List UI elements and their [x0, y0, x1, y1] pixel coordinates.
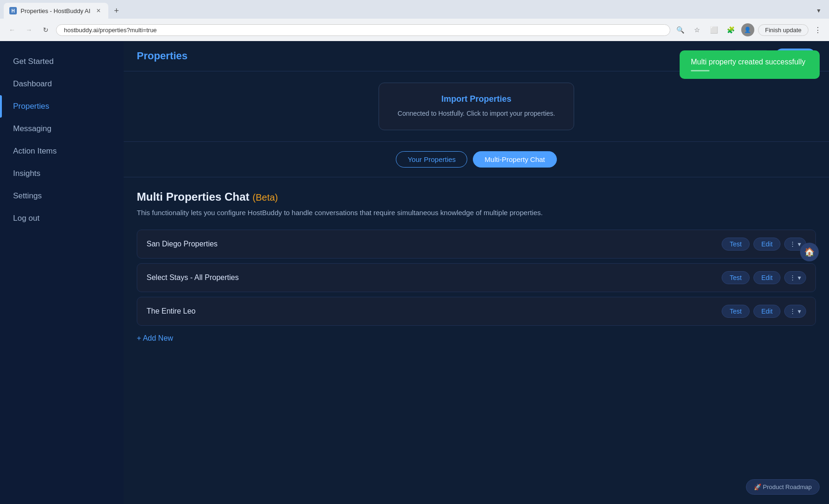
- tabs-section: Your Properties Multi-Property Chat: [124, 142, 829, 177]
- toolbar-right: 🔍 ☆ ⬜ 🧩 👤 Finish update ⋮: [674, 23, 823, 36]
- section-description: This functionality lets you configure Ho…: [137, 207, 816, 218]
- tab-list-arrow[interactable]: ▼: [812, 7, 825, 14]
- property-name-select-stays: Select Stays - All Properties: [147, 273, 239, 282]
- app-container: Get Started Dashboard Properties Messagi…: [0, 41, 829, 504]
- tab-close-button[interactable]: ✕: [94, 7, 103, 15]
- import-card[interactable]: Import Properties Connected to Hostfully…: [379, 83, 574, 130]
- star-icon[interactable]: ☆: [691, 23, 704, 36]
- sidebar-item-properties[interactable]: Properties: [0, 95, 124, 118]
- sidebar-item-log-out[interactable]: Log out: [0, 207, 124, 230]
- more-options-the-entire-leo[interactable]: ⋮ ▾: [784, 305, 806, 318]
- forward-button[interactable]: →: [22, 23, 35, 36]
- active-tab[interactable]: H Properties - HostBuddy AI ✕: [4, 3, 108, 19]
- toast-progress-bar: [691, 70, 710, 71]
- property-item-the-entire-leo: The Entire Leo Test Edit ⋮ ▾: [137, 297, 816, 326]
- url-text: hostbuddy.ai/properties?multi=true: [64, 27, 157, 34]
- reload-button[interactable]: ↻: [39, 23, 52, 36]
- edit-button-san-diego[interactable]: Edit: [753, 238, 780, 251]
- sidebar-label-dashboard: Dashboard: [13, 79, 52, 89]
- content-area: Multi Properties Chat (Beta) This functi…: [124, 177, 829, 356]
- finish-update-label: Finish update: [765, 27, 801, 34]
- add-new-button[interactable]: + Add New: [137, 334, 173, 343]
- section-title-text: Multi Properties Chat: [137, 190, 253, 203]
- page-title: Properties: [137, 50, 188, 62]
- beta-tag: (Beta): [253, 192, 278, 203]
- main-content: Properties HostFully Connect Import Prop…: [124, 41, 829, 504]
- sidebar-item-messaging[interactable]: Messaging: [0, 118, 124, 140]
- tab-title: Properties - HostBuddy AI: [21, 7, 91, 14]
- property-actions-the-entire-leo: Test Edit ⋮ ▾: [722, 305, 806, 318]
- sidebar-item-get-started[interactable]: Get Started: [0, 50, 124, 73]
- sidebar-label-action-items: Action Items: [13, 147, 57, 156]
- lens-icon[interactable]: 🔍: [674, 23, 687, 36]
- import-card-description: Connected to Hostfully. Click to import …: [398, 109, 555, 119]
- edit-button-select-stays[interactable]: Edit: [753, 271, 780, 284]
- sidebar-item-settings[interactable]: Settings: [0, 185, 124, 207]
- product-roadmap-button[interactable]: 🚀 Product Roadmap: [746, 479, 820, 495]
- sidebar-label-messaging: Messaging: [13, 124, 51, 133]
- import-card-title: Import Properties: [398, 94, 555, 104]
- test-button-the-entire-leo[interactable]: Test: [722, 305, 750, 318]
- sidebar-item-dashboard[interactable]: Dashboard: [0, 73, 124, 95]
- sidebar-item-action-items[interactable]: Action Items: [0, 140, 124, 162]
- browser-chrome: H Properties - HostBuddy AI ✕ + ▼ ← → ↻ …: [0, 0, 829, 41]
- tab-favicon: H: [9, 7, 17, 14]
- sidebar-label-log-out: Log out: [13, 214, 40, 223]
- sidebar-label-settings: Settings: [13, 191, 42, 201]
- edit-button-the-entire-leo[interactable]: Edit: [753, 305, 780, 318]
- new-tab-button[interactable]: +: [110, 4, 123, 17]
- property-name-the-entire-leo: The Entire Leo: [147, 307, 196, 315]
- more-options-select-stays[interactable]: ⋮ ▾: [784, 271, 806, 284]
- sidebar-item-insights[interactable]: Insights: [0, 162, 124, 185]
- tab-your-properties[interactable]: Your Properties: [396, 151, 467, 168]
- browser-toolbar: ← → ↻ hostbuddy.ai/properties?multi=true…: [0, 19, 829, 41]
- property-item-san-diego: San Diego Properties Test Edit ⋮ ▾: [137, 230, 816, 259]
- property-actions-san-diego: Test Edit ⋮ ▾: [722, 238, 806, 251]
- extensions-icon[interactable]: 🧩: [724, 23, 738, 36]
- section-title: Multi Properties Chat (Beta): [137, 190, 816, 203]
- sidebar-label-insights: Insights: [13, 169, 41, 178]
- test-button-select-stays[interactable]: Test: [722, 271, 750, 284]
- import-section: Import Properties Connected to Hostfully…: [124, 71, 829, 142]
- send-icon[interactable]: ⬜: [708, 23, 721, 36]
- floating-home-button[interactable]: 🏠: [800, 243, 819, 261]
- finish-update-button[interactable]: Finish update: [758, 24, 808, 36]
- success-toast: Multi property created successfully: [680, 50, 820, 79]
- tab-multi-property-chat[interactable]: Multi-Property Chat: [473, 151, 556, 168]
- back-button[interactable]: ←: [6, 23, 19, 36]
- property-actions-select-stays: Test Edit ⋮ ▾: [722, 271, 806, 284]
- browser-menu-button[interactable]: ⋮: [812, 26, 823, 35]
- sidebar-label-properties: Properties: [13, 102, 49, 111]
- property-name-san-diego: San Diego Properties: [147, 240, 218, 248]
- toast-message: Multi property created successfully: [691, 58, 805, 66]
- browser-tabs-bar: H Properties - HostBuddy AI ✕ + ▼: [0, 0, 829, 19]
- sidebar-label-get-started: Get Started: [13, 57, 54, 66]
- profile-avatar[interactable]: 👤: [741, 23, 754, 36]
- test-button-san-diego[interactable]: Test: [722, 238, 750, 251]
- address-bar[interactable]: hostbuddy.ai/properties?multi=true: [56, 24, 670, 36]
- property-item-select-stays: Select Stays - All Properties Test Edit …: [137, 263, 816, 292]
- sidebar: Get Started Dashboard Properties Messagi…: [0, 41, 124, 504]
